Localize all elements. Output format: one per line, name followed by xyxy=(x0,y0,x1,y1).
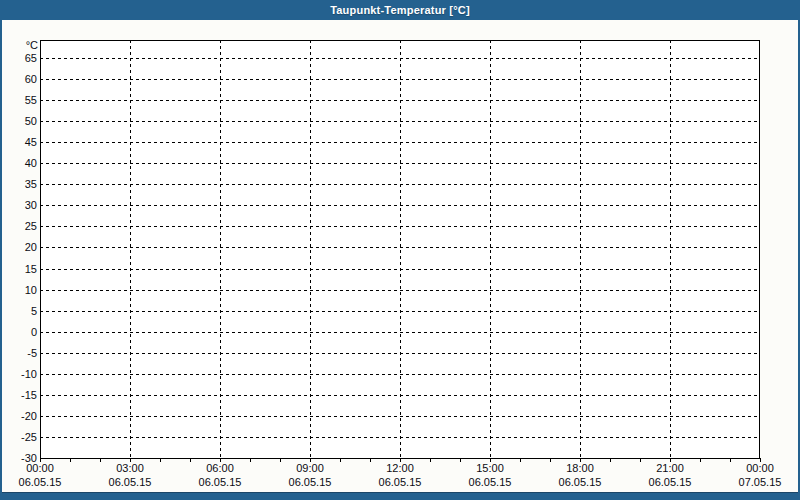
x-tick-time-label: 21:00 xyxy=(656,462,684,474)
y-tick-label: -10 xyxy=(21,368,37,380)
y-tick-label: 0 xyxy=(31,326,37,338)
window-title: Taupunkt-Temperatur [°C] xyxy=(330,4,470,16)
chart-content: 65605550454035302520151050-5-10-15-20-25… xyxy=(2,20,798,493)
x-tick-date-label: 06.05.15 xyxy=(559,476,602,488)
y-tick-label: -5 xyxy=(27,347,37,359)
x-tick-time-label: 15:00 xyxy=(476,462,504,474)
y-tick-label: 55 xyxy=(25,94,37,106)
x-tick-time-label: 18:00 xyxy=(566,462,594,474)
y-tick-label: 20 xyxy=(25,241,37,253)
x-tick-time-label: 00:00 xyxy=(26,462,54,474)
x-tick-time-label: 00:00 xyxy=(746,462,774,474)
y-tick-label: 15 xyxy=(25,263,37,275)
y-tick-label: 30 xyxy=(25,199,37,211)
y-tick-label: 60 xyxy=(25,73,37,85)
x-tick-date-label: 06.05.15 xyxy=(379,476,422,488)
y-tick-label: 45 xyxy=(25,136,37,148)
x-tick-date-label: 06.05.15 xyxy=(289,476,332,488)
y-tick-label: 35 xyxy=(25,178,37,190)
x-tick-time-label: 06:00 xyxy=(206,462,234,474)
title-bar[interactable]: Taupunkt-Temperatur [°C] xyxy=(0,0,800,20)
x-tick-date-label: 06.05.15 xyxy=(469,476,512,488)
x-tick-date-label: 07.05.15 xyxy=(739,476,782,488)
x-tick-date-label: 06.05.15 xyxy=(199,476,242,488)
x-tick-time-label: 12:00 xyxy=(386,462,414,474)
x-tick-time-label: 09:00 xyxy=(296,462,324,474)
x-tick-date-label: 06.05.15 xyxy=(109,476,152,488)
y-tick-label: -25 xyxy=(21,431,37,443)
y-tick-label: 65 xyxy=(25,52,37,64)
y-axis-unit-label: °C xyxy=(26,39,38,51)
y-tick-label: 10 xyxy=(25,284,37,296)
x-tick-date-label: 06.05.15 xyxy=(19,476,62,488)
y-tick-label: -20 xyxy=(21,410,37,422)
y-tick-label: 40 xyxy=(25,157,37,169)
chart-window: Taupunkt-Temperatur [°C] 656055504540353… xyxy=(0,0,800,500)
x-tick-time-label: 03:00 xyxy=(116,462,144,474)
x-tick-date-label: 06.05.15 xyxy=(649,476,692,488)
y-tick-label: 5 xyxy=(31,305,37,317)
chart: 65605550454035302520151050-5-10-15-20-25… xyxy=(2,20,798,493)
y-tick-label: -15 xyxy=(21,389,37,401)
y-tick-label: 50 xyxy=(25,115,37,127)
y-tick-label: 25 xyxy=(25,220,37,232)
